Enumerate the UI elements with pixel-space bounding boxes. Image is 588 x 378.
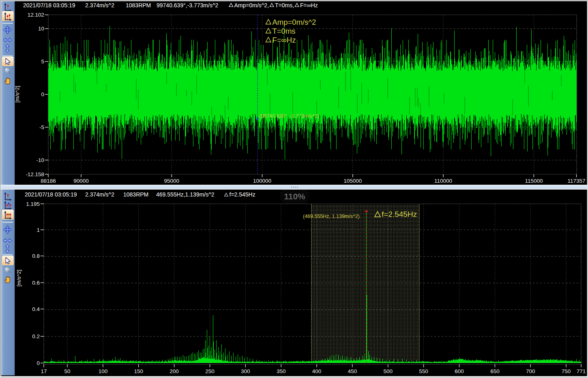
svg-text:650: 650 xyxy=(490,368,500,374)
svg-text:12.102: 12.102 xyxy=(28,12,44,18)
svg-text:469.555Hz,1.139m/s^2: 469.555Hz,1.139m/s^2 xyxy=(156,191,215,198)
svg-text:300: 300 xyxy=(241,368,250,374)
svg-text:Amp=0m/s^2: Amp=0m/s^2 xyxy=(273,18,316,26)
svg-text:1083RPM: 1083RPM xyxy=(123,191,148,198)
svg-text:115000: 115000 xyxy=(525,178,543,184)
svg-text:100000: 100000 xyxy=(253,178,271,184)
svg-text:2021/07/18 03:05:19: 2021/07/18 03:05:19 xyxy=(23,2,75,9)
svg-text:700: 700 xyxy=(526,368,535,374)
svg-text:0: 0 xyxy=(41,91,44,97)
svg-text:0.4: 0.4 xyxy=(32,306,40,312)
svg-text:17: 17 xyxy=(41,368,47,374)
svg-text:[m/s^2]: [m/s^2] xyxy=(16,270,22,287)
svg-text:105000: 105000 xyxy=(343,178,362,184)
svg-text:T=0ms,: T=0ms, xyxy=(275,2,294,9)
svg-text:10: 10 xyxy=(38,26,44,32)
svg-text:350: 350 xyxy=(277,368,286,374)
svg-text:88186: 88186 xyxy=(41,178,56,184)
svg-text:2.374m/s^2: 2.374m/s^2 xyxy=(85,191,114,198)
svg-text:1.195: 1.195 xyxy=(26,201,40,207)
svg-text:500: 500 xyxy=(384,368,393,374)
svg-text:f=2.545Hz: f=2.545Hz xyxy=(230,191,255,198)
svg-text:0: 0 xyxy=(36,360,40,366)
svg-text:F=∞Hz: F=∞Hz xyxy=(273,36,296,44)
svg-text:110%: 110% xyxy=(284,192,305,201)
svg-text:50: 50 xyxy=(64,368,70,374)
svg-text:F=∞Hz: F=∞Hz xyxy=(300,2,318,9)
svg-text:450: 450 xyxy=(348,368,357,374)
svg-text:-10: -10 xyxy=(36,157,44,163)
svg-text:2021/07/18 03:05:19: 2021/07/18 03:05:19 xyxy=(25,191,77,198)
svg-text:117357: 117357 xyxy=(568,178,586,184)
svg-text:Amp=0m/s^2,: Amp=0m/s^2, xyxy=(234,2,269,9)
svg-text:0.6: 0.6 xyxy=(32,280,40,286)
svg-text:400: 400 xyxy=(312,368,322,374)
svg-text:5: 5 xyxy=(41,58,44,65)
svg-text:1: 1 xyxy=(36,227,40,233)
svg-text:150: 150 xyxy=(134,368,143,374)
svg-text:90000: 90000 xyxy=(73,178,89,184)
svg-text:(99740.639°, -3.773m/s^2): (99740.639°, -3.773m/s^2) xyxy=(259,113,319,119)
svg-text:1083RPM: 1083RPM xyxy=(126,2,151,9)
svg-text:0.2: 0.2 xyxy=(32,333,40,339)
svg-text:99740.639°,-3.773m/s^2: 99740.639°,-3.773m/s^2 xyxy=(157,2,218,9)
svg-text:95000: 95000 xyxy=(164,178,180,184)
svg-text:750: 750 xyxy=(562,368,571,374)
svg-text:200: 200 xyxy=(170,368,179,374)
svg-text:771: 771 xyxy=(577,368,586,374)
svg-text:600: 600 xyxy=(455,368,464,374)
svg-text:550: 550 xyxy=(419,368,428,374)
svg-text:[m/s^2]: [m/s^2] xyxy=(14,86,20,103)
svg-text:110000: 110000 xyxy=(434,178,452,184)
svg-text:-5: -5 xyxy=(39,124,44,130)
svg-text:250: 250 xyxy=(205,368,215,374)
svg-text:T=0ms: T=0ms xyxy=(273,27,296,35)
svg-text:-12.158: -12.158 xyxy=(26,171,44,177)
svg-text:100: 100 xyxy=(99,368,108,374)
svg-text:2.374m/s^2: 2.374m/s^2 xyxy=(85,2,114,9)
svg-text:f=2.545Hz: f=2.545Hz xyxy=(382,210,417,218)
svg-text:0.8: 0.8 xyxy=(32,253,40,259)
svg-text:(469.555Hz, 1.139m/s^2): (469.555Hz, 1.139m/s^2) xyxy=(303,214,360,219)
